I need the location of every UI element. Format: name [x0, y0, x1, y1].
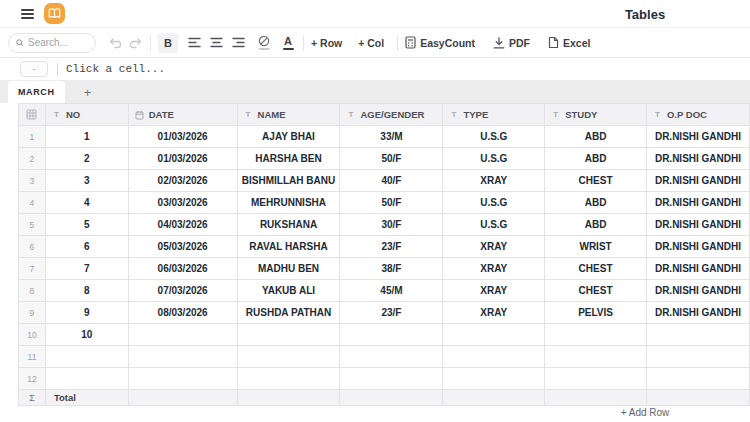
cell-name[interactable] [237, 346, 340, 368]
cell-age-gender[interactable]: 23/F [340, 302, 443, 324]
cell-name[interactable]: AJAY BHAI [237, 126, 340, 148]
cell-type[interactable] [443, 324, 545, 346]
cell-no[interactable]: 3 [45, 170, 128, 192]
cell-type[interactable]: U.S.G [443, 214, 545, 236]
cell-type[interactable]: U.S.G [443, 192, 545, 214]
cell-study[interactable]: ABD [545, 192, 647, 214]
cell-study[interactable] [545, 346, 647, 368]
cell-study[interactable]: CHEST [545, 170, 647, 192]
cell-age-gender[interactable]: 38/F [340, 258, 443, 280]
cell-study[interactable]: PELVIS [545, 302, 647, 324]
cell-date[interactable]: 01/03/2026 [128, 126, 237, 148]
row-number[interactable]: 5 [19, 214, 46, 236]
cell-type[interactable]: XRAY [443, 280, 545, 302]
select-all-corner[interactable] [19, 104, 46, 126]
cell-no[interactable]: 8 [45, 280, 128, 302]
pdf-download-button[interactable]: PDF [493, 37, 530, 49]
cell-study[interactable]: ABD [545, 214, 647, 236]
undo-icon[interactable] [107, 35, 123, 51]
cell-op-doc[interactable]: DR.NISHI GANDHI [646, 280, 749, 302]
row-number[interactable]: 7 [19, 258, 46, 280]
column-header-no[interactable]: TNO [45, 104, 128, 126]
search-input[interactable] [28, 37, 88, 48]
cell-name[interactable]: HARSHA BEN [237, 148, 340, 170]
cell-op-doc[interactable]: DR.NISHI GANDHI [646, 126, 749, 148]
cell-no[interactable]: 1 [45, 126, 128, 148]
cell-study[interactable]: ABD [545, 148, 647, 170]
cell-name[interactable]: RUKSHANA [237, 214, 340, 236]
column-header-type[interactable]: TTYPE [443, 104, 545, 126]
cell-op-doc[interactable] [646, 324, 749, 346]
cell-date[interactable]: 05/03/2026 [128, 236, 237, 258]
hamburger-menu-icon[interactable] [21, 9, 34, 19]
cell-op-doc[interactable] [646, 346, 749, 368]
cell-date[interactable] [128, 346, 237, 368]
cell-age-gender[interactable]: 40/F [340, 170, 443, 192]
add-sheet-button[interactable]: + [73, 81, 103, 103]
add-row-footer-button[interactable]: + Add Row [600, 407, 690, 418]
cell-age-gender[interactable]: 50/F [340, 192, 443, 214]
cell-type[interactable]: XRAY [443, 302, 545, 324]
bold-button[interactable]: B [158, 33, 178, 53]
cell-date[interactable] [128, 368, 237, 390]
cell-type[interactable] [443, 368, 545, 390]
cell-name[interactable]: RUSHDA PATHAN [237, 302, 340, 324]
cell-no[interactable]: 9 [45, 302, 128, 324]
cell-date[interactable]: 01/03/2026 [128, 148, 237, 170]
cell-name[interactable]: BISHMILLAH BANU [237, 170, 340, 192]
cell-op-doc[interactable]: DR.NISHI GANDHI [646, 302, 749, 324]
text-color-button[interactable]: A [280, 34, 296, 52]
cell-no[interactable]: 2 [45, 148, 128, 170]
row-number[interactable]: 1 [19, 126, 46, 148]
cell-name[interactable]: RAVAL HARSHA [237, 236, 340, 258]
cell-type[interactable]: XRAY [443, 236, 545, 258]
search-box[interactable] [8, 33, 96, 53]
cell-no[interactable] [45, 368, 128, 390]
cell-name[interactable]: YAKUB ALI [237, 280, 340, 302]
cell-no[interactable]: 10 [45, 324, 128, 346]
cell-op-doc[interactable]: DR.NISHI GANDHI [646, 214, 749, 236]
row-number[interactable]: 11 [19, 346, 46, 368]
cell-study[interactable] [545, 368, 647, 390]
cell-op-doc[interactable]: DR.NISHI GANDHI [646, 148, 749, 170]
row-number[interactable]: 2 [19, 148, 46, 170]
cell-name[interactable]: MADHU BEN [237, 258, 340, 280]
align-right-icon[interactable] [230, 35, 246, 51]
row-number[interactable]: 8 [19, 280, 46, 302]
fill-color-button[interactable] [256, 34, 272, 52]
redo-icon[interactable] [127, 35, 143, 51]
column-header-date[interactable]: DATE [128, 104, 237, 126]
cell-name[interactable] [237, 368, 340, 390]
cell-no[interactable]: 7 [45, 258, 128, 280]
cell-type[interactable] [443, 346, 545, 368]
cell-op-doc[interactable]: DR.NISHI GANDHI [646, 192, 749, 214]
cell-age-gender[interactable]: 30/F [340, 214, 443, 236]
cell-date[interactable] [128, 324, 237, 346]
cell-date[interactable]: 07/03/2026 [128, 280, 237, 302]
column-header-study[interactable]: TSTUDY [545, 104, 647, 126]
cell-age-gender[interactable]: 45/M [340, 280, 443, 302]
align-left-icon[interactable] [186, 35, 202, 51]
cell-study[interactable]: CHEST [545, 258, 647, 280]
cell-type[interactable]: U.S.G [443, 148, 545, 170]
cell-study[interactable]: ABD [545, 126, 647, 148]
cell-age-gender[interactable]: 33/M [340, 126, 443, 148]
cell-age-gender[interactable]: 50/F [340, 148, 443, 170]
align-center-icon[interactable] [208, 35, 224, 51]
tab-march[interactable]: MARCH [8, 81, 65, 103]
column-header-name[interactable]: TNAME [237, 104, 340, 126]
cell-age-gender[interactable] [340, 368, 443, 390]
row-number[interactable]: 12 [19, 368, 46, 390]
cell-age-gender[interactable] [340, 324, 443, 346]
row-number[interactable]: 3 [19, 170, 46, 192]
row-number[interactable]: 4 [19, 192, 46, 214]
app-logo[interactable] [44, 3, 65, 24]
cell-op-doc[interactable]: DR.NISHI GANDHI [646, 258, 749, 280]
cell-no[interactable]: 4 [45, 192, 128, 214]
cell-type[interactable]: XRAY [443, 258, 545, 280]
cell-date[interactable]: 08/03/2026 [128, 302, 237, 324]
cell-date[interactable]: 04/03/2026 [128, 214, 237, 236]
cell-name[interactable]: MEHRUNNISHA [237, 192, 340, 214]
row-number[interactable]: 10 [19, 324, 46, 346]
cell-date[interactable]: 02/03/2026 [128, 170, 237, 192]
